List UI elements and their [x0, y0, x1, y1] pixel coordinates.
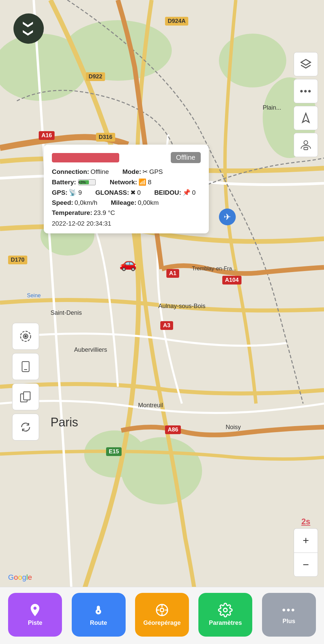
streetview-icon	[300, 139, 312, 151]
zoom-in-button[interactable]: +	[294, 528, 318, 553]
more-icon: •••	[300, 86, 312, 97]
connection-value: Offline	[91, 168, 109, 176]
google-e: e	[28, 573, 32, 581]
svg-rect-15	[22, 362, 29, 372]
road-badge-a104: A104	[222, 276, 241, 285]
battery-label: Battery:	[52, 179, 76, 186]
place-paris: Paris	[51, 415, 78, 429]
temperature-label: Temperature:	[52, 209, 92, 217]
beidou-value: 0	[192, 189, 196, 196]
more-options-button[interactable]: •••	[294, 79, 318, 103]
nav-geo[interactable]: Géorepérage	[135, 593, 189, 637]
road-badge-d922: D922	[86, 72, 105, 81]
road-badge-a16: A16	[39, 131, 55, 140]
streetview-button[interactable]	[294, 133, 318, 157]
wifi-icon: 📶	[138, 178, 147, 186]
place-aubervilliers: Aubervilliers	[74, 346, 107, 353]
nav-params-label: Paramètres	[209, 619, 242, 627]
collapse-button[interactable]: ❯❯	[13, 13, 44, 44]
left-controls	[12, 323, 39, 441]
popup-title-redacted	[52, 153, 119, 162]
nav-plus[interactable]: ••• Plus	[262, 593, 316, 637]
popup-row-battery: Battery: 63% Network: 📶 8	[52, 178, 201, 186]
glonass-icon: ✖	[130, 189, 136, 196]
bottom-nav: Piste Route Géorepérage Paramètres ••• P…	[0, 587, 324, 644]
info-popup: Offline Connection: Offline Mode: ✂ GPS …	[44, 145, 209, 233]
mileage-value: 0,00km	[138, 199, 159, 206]
network-value: 8	[148, 179, 152, 186]
geo-icon	[155, 603, 169, 617]
speed-value: 0,0km/h	[74, 199, 97, 206]
road-badge-d924a: D924A	[165, 17, 188, 26]
road-badge-d316: D316	[96, 133, 115, 142]
car-marker: 🚗	[119, 255, 137, 271]
refresh-button[interactable]	[12, 414, 39, 441]
gps-sat-icon: 📡	[69, 189, 77, 196]
road-badge-a1: A1	[166, 269, 179, 278]
piste-icon	[28, 603, 42, 617]
nav-route-label: Route	[90, 619, 107, 627]
google-logo: Google	[8, 573, 32, 582]
glonass-value: 0	[137, 189, 141, 196]
plus-dots-icon: •••	[282, 604, 296, 616]
road-badge-e15: E15	[106, 447, 122, 456]
svg-point-14	[25, 336, 27, 337]
svg-marker-9	[302, 113, 309, 122]
mode-icon: ✂	[142, 168, 148, 176]
battery-percent: 63%	[78, 180, 95, 184]
nav-geo-label: Géorepérage	[143, 619, 181, 627]
google-o2: o	[18, 573, 22, 581]
google-g1: G	[8, 573, 14, 581]
popup-row-gps: GPS: 📡 9 GLONASS: ✖ 0 BEIDOU: 📌 0	[52, 189, 201, 196]
road-badge-a3: A3	[160, 321, 173, 330]
place-seine: Seine	[27, 293, 41, 299]
place-tremblay: Tremblay-en-Fra...	[192, 266, 236, 272]
right-controls: •••	[294, 52, 318, 157]
place-montreuil: Montreuil	[138, 402, 163, 409]
geofence-button[interactable]	[12, 323, 39, 350]
layers-icon	[300, 59, 312, 70]
svg-marker-8	[301, 60, 311, 65]
phone-button[interactable]	[12, 353, 39, 380]
nav-piste[interactable]: Piste	[8, 593, 62, 637]
popup-header: Offline	[52, 152, 201, 163]
map: D924A D922 D316 A16 A1 A104 A3 A86 E15 D…	[0, 0, 324, 644]
zoom-out-button[interactable]: −	[294, 553, 318, 577]
mode-label: Mode:	[122, 168, 141, 176]
svg-point-20	[160, 608, 164, 612]
google-o1: o	[14, 573, 18, 581]
screenshot-button[interactable]	[12, 383, 39, 410]
battery-indicator: 63%	[78, 179, 96, 185]
speed-label: Speed:	[52, 199, 73, 206]
connection-label: Connection:	[52, 168, 89, 176]
mode-value: GPS	[149, 168, 163, 176]
beidou-label: BEIDOU:	[154, 189, 181, 196]
params-icon	[218, 603, 233, 617]
popup-row-speed: Speed: 0,0km/h Mileage: 0,00km	[52, 199, 201, 206]
offline-badge: Offline	[171, 152, 201, 163]
place-plain: Plain...	[263, 104, 281, 111]
svg-point-25	[224, 608, 227, 612]
nav-plus-label: Plus	[283, 618, 295, 625]
beidou-icon: 📌	[183, 189, 191, 196]
popup-row-temperature: Temperature: 23.9 °C	[52, 209, 201, 217]
nav-params[interactable]: Paramètres	[198, 593, 252, 637]
nav-piste-label: Piste	[28, 619, 42, 627]
place-noisy: Noisy	[226, 424, 241, 431]
road-badge-a86: A86	[165, 425, 181, 434]
phone-icon	[20, 361, 32, 373]
gps-value: 9	[78, 189, 82, 196]
mileage-label: Mileage:	[111, 199, 136, 206]
my-location-button[interactable]	[294, 106, 318, 130]
geofence-icon	[19, 330, 32, 343]
layers-button[interactable]	[294, 52, 318, 76]
glonass-label: GLONASS:	[95, 189, 129, 196]
route-icon	[91, 603, 106, 617]
svg-rect-18	[24, 392, 30, 400]
navigation-icon	[300, 112, 312, 124]
nav-route[interactable]: Route	[72, 593, 126, 637]
interval-label: 2s	[301, 517, 311, 526]
road-badge-d170: D170	[8, 256, 27, 264]
chevron-down-icon: ❯❯	[24, 20, 34, 37]
place-saint-denis: Saint-Denis	[51, 309, 82, 316]
